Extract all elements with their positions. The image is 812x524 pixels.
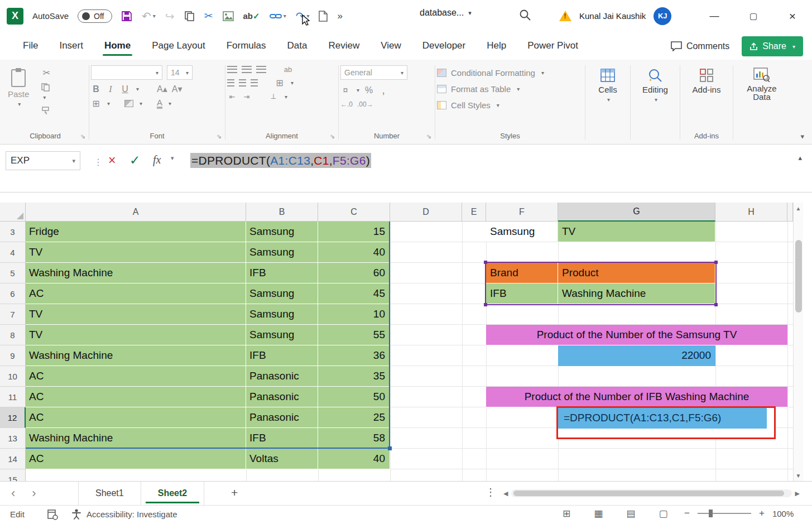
cell-B8[interactable]: Samsung: [246, 325, 318, 345]
align-right-button[interactable]: [251, 79, 258, 86]
wrap-text-button[interactable]: ab: [283, 65, 293, 74]
undo-icon[interactable]: ↶▾: [142, 9, 156, 23]
sheet-options-icon[interactable]: ⋮: [486, 486, 496, 498]
search-icon[interactable]: [519, 9, 531, 21]
row-header-10[interactable]: 10: [0, 366, 26, 387]
cell-G12-formula[interactable]: =DPRODUCT(A1:C13,C1,F5:G6): [558, 408, 767, 429]
cell-F3[interactable]: Samsung: [486, 222, 558, 242]
row-header-12[interactable]: 12: [0, 407, 26, 428]
name-box[interactable]: EXP ▾: [6, 151, 80, 170]
bottom-align-button[interactable]: [256, 66, 266, 73]
autosave-toggle[interactable]: Off: [78, 9, 112, 23]
comma-style-button[interactable]: ,: [378, 84, 388, 97]
cell-G9-result[interactable]: 22000: [558, 345, 715, 366]
column-header-B[interactable]: B: [246, 203, 318, 222]
document-icon[interactable]: [319, 11, 328, 22]
next-sheet-button[interactable]: ›: [32, 486, 36, 501]
excel-logo-icon[interactable]: X: [7, 8, 23, 25]
cell-C14[interactable]: 40: [318, 449, 390, 469]
decrease-font-size-button[interactable]: A▾: [172, 84, 182, 94]
zoom-slider-thumb[interactable]: [709, 509, 713, 517]
font-dialog-launcher-icon[interactable]: ⇘: [217, 133, 222, 140]
analyze-data-button[interactable]: Analyze Data: [735, 65, 789, 144]
column-header-A[interactable]: A: [26, 203, 246, 222]
redo-disabled-icon[interactable]: ↪: [165, 9, 175, 23]
cell-A8[interactable]: TV: [26, 325, 246, 345]
banner-ifb-washing-machine[interactable]: Product of the Number of IFB Washing Mac…: [486, 387, 787, 407]
paste-button[interactable]: Paste ▾: [3, 65, 33, 132]
column-header-F[interactable]: F: [486, 203, 558, 222]
font-size-combobox[interactable]: 14▾: [167, 65, 193, 80]
cell-A13[interactable]: Washing Machine: [26, 428, 246, 449]
cell-A12[interactable]: AC: [26, 407, 246, 428]
cell-B9[interactable]: IFB: [246, 345, 318, 366]
cell-A9[interactable]: Washing Machine: [26, 345, 246, 366]
cell-C6[interactable]: 45: [318, 283, 390, 304]
cell-B6[interactable]: Samsung: [246, 283, 318, 304]
cell-A6[interactable]: AC: [26, 283, 246, 304]
warning-icon[interactable]: [559, 11, 571, 21]
alignment-dialog-launcher-icon[interactable]: ⇘: [330, 133, 335, 140]
more-commands-button[interactable]: »: [337, 11, 342, 22]
avatar[interactable]: KJ: [654, 7, 671, 25]
zoom-out-button[interactable]: −: [684, 508, 690, 519]
decrease-decimal-button[interactable]: .00→: [357, 100, 373, 108]
user-name[interactable]: Kunal Jai Kaushik: [579, 11, 646, 21]
tab-home[interactable]: Home: [94, 35, 141, 57]
tab-page-layout[interactable]: Page Layout: [141, 35, 215, 57]
cell-B10[interactable]: Panasonic: [246, 366, 318, 387]
row-header-4[interactable]: 4: [0, 242, 26, 263]
share-button[interactable]: Share ▾: [742, 36, 803, 56]
cell-B14[interactable]: Voltas: [246, 449, 318, 469]
italic-button[interactable]: I: [105, 84, 116, 94]
row-header-6[interactable]: 6: [0, 283, 26, 304]
filename-dropdown[interactable]: database... ▾: [420, 8, 472, 18]
link-icon[interactable]: ▾: [270, 12, 286, 20]
decrease-indent-button[interactable]: ⇤: [227, 93, 237, 101]
accessibility-status[interactable]: Accessibility: Investigate: [71, 508, 177, 520]
cell-B12[interactable]: Panasonic: [246, 407, 318, 428]
view-normal-icon[interactable]: ⊞: [563, 508, 570, 520]
cell-A11[interactable]: AC: [26, 387, 246, 407]
sheet-tab-sheet1[interactable]: Sheet1: [78, 482, 141, 505]
cell-C11[interactable]: 50: [318, 387, 390, 407]
vertical-scrollbar[interactable]: ▲ ▼: [793, 203, 803, 481]
percent-style-button[interactable]: %: [364, 85, 374, 95]
cell-styles-button[interactable]: Cell Styles▾: [437, 98, 583, 112]
cell-A5[interactable]: Washing Machine: [26, 263, 246, 283]
clipboard-dialog-launcher-icon[interactable]: ⇘: [80, 133, 85, 140]
tab-data[interactable]: Data: [277, 35, 318, 57]
format-as-table-button[interactable]: Format as Table▾: [437, 81, 583, 96]
top-align-button[interactable]: [227, 66, 237, 73]
tab-power-pivot[interactable]: Power Pivot: [517, 35, 589, 57]
cell-C4[interactable]: 40: [318, 242, 390, 263]
tab-view[interactable]: View: [370, 35, 412, 57]
cell-C3[interactable]: 15: [318, 222, 390, 242]
merge-center-button[interactable]: ⊞: [275, 78, 285, 88]
view-grid-icon[interactable]: ▦: [594, 508, 603, 520]
align-left-button[interactable]: [227, 79, 234, 86]
format-painter-button[interactable]: [41, 107, 51, 115]
accounting-format-button[interactable]: ¤: [340, 85, 350, 95]
maximize-button[interactable]: ▢: [734, 0, 773, 32]
collapse-ribbon-icon[interactable]: ▾: [800, 132, 804, 141]
cell-C12[interactable]: 25: [318, 407, 390, 428]
cancel-button[interactable]: ×: [108, 153, 116, 168]
cell-B7[interactable]: Samsung: [246, 304, 318, 325]
cell-B13[interactable]: IFB: [246, 428, 318, 449]
font-color-button[interactable]: A: [157, 99, 162, 109]
cell-B5[interactable]: IFB: [246, 263, 318, 283]
number-format-combobox[interactable]: General▾: [340, 65, 407, 80]
vertical-scroll-thumb[interactable]: [795, 240, 802, 313]
zoom-in-button[interactable]: +: [759, 508, 765, 519]
tab-file[interactable]: File: [12, 35, 49, 57]
prev-sheet-button[interactable]: ‹: [11, 486, 15, 501]
spelling-icon[interactable]: ab✓: [243, 11, 260, 21]
increase-font-size-button[interactable]: A▴: [157, 84, 167, 94]
scroll-down-icon[interactable]: ▼: [794, 470, 803, 481]
row-header-3[interactable]: 3: [0, 222, 26, 242]
cell-B3[interactable]: Samsung: [246, 222, 318, 242]
fill-color-button[interactable]: [124, 100, 133, 107]
cell-C10[interactable]: 35: [318, 366, 390, 387]
zoom-level[interactable]: 100%: [772, 509, 794, 518]
